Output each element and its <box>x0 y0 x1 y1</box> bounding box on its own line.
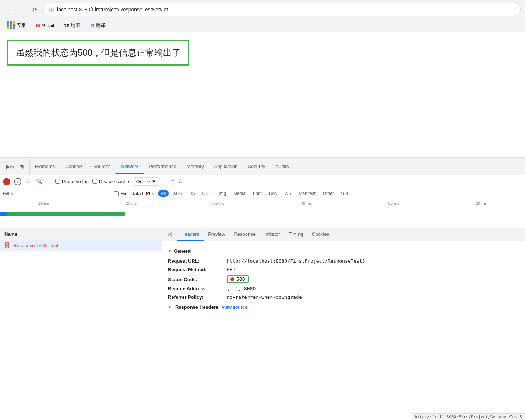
detail-tab-preview[interactable]: Preview <box>204 228 229 241</box>
view-source-link[interactable]: view source <box>222 305 247 310</box>
browser-toolbar: ← → ⟳ ⓘ localhost:8080/FirstProject/Resp… <box>0 0 525 19</box>
reload-button[interactable]: ⟳ <box>29 4 40 15</box>
remote-address-key: Remote Address: <box>168 286 227 291</box>
tab-memory[interactable]: Memory <box>182 160 209 174</box>
chip-media[interactable]: Media <box>230 190 249 197</box>
tab-network[interactable]: Network <box>116 160 144 174</box>
detail-tab-timing[interactable]: Timing <box>285 228 308 241</box>
devtools: ▶⎋ ◥ Elements Console Sources Network Pe… <box>0 158 525 361</box>
file-icon <box>4 242 10 248</box>
tick-50ms: 50 ms <box>350 201 438 207</box>
disable-cache-input[interactable] <box>92 179 97 184</box>
address-bar[interactable]: ⓘ localhost:8080/FirstProject/ResponseTe… <box>43 3 521 16</box>
tab-sources[interactable]: Sources <box>88 160 116 174</box>
only-label: Onl… <box>341 191 353 196</box>
hide-data-urls-label: Hide data URLs <box>120 191 154 196</box>
status-badge: 500 <box>227 275 249 283</box>
cursor-icon[interactable]: ▶⎋ <box>4 161 15 172</box>
tab-performance[interactable]: Performance <box>144 160 181 174</box>
filter-input[interactable] <box>3 191 106 196</box>
tab-console[interactable]: Console <box>60 160 88 174</box>
detail-tab-headers[interactable]: Headers <box>177 228 204 241</box>
upload-icon[interactable]: ⇧ <box>170 178 175 185</box>
disable-cache-label: Disable cache <box>99 179 129 184</box>
tab-audits[interactable]: Audits <box>270 160 294 174</box>
tick-30ms: 30 ms <box>175 201 262 207</box>
request-name: ResponseTestServlet <box>13 243 59 248</box>
timeline-bar-area <box>0 209 525 224</box>
status-code-key: Status Code: <box>168 277 227 282</box>
detail-tab-initiator[interactable]: Initiator <box>260 228 285 241</box>
chip-doc[interactable]: Doc <box>266 190 280 197</box>
address-url: localhost:8080/FirstProject/ResponseTest… <box>57 7 515 13</box>
chip-js[interactable]: JS <box>187 190 198 197</box>
close-detail-button[interactable]: ✕ <box>165 230 175 240</box>
apps-label: 应用 <box>16 22 26 29</box>
filter-separator <box>110 190 110 197</box>
forward-button[interactable]: → <box>17 4 27 15</box>
block-button[interactable]: ⊘ <box>14 178 21 185</box>
detail-tab-cookies[interactable]: Cookies <box>307 228 334 241</box>
translate-icon: G <box>91 23 94 28</box>
timeline-blue-bar <box>0 212 7 216</box>
chip-manifest[interactable]: Manifest <box>296 190 318 197</box>
table-row[interactable]: ResponseTestServlet <box>0 240 162 251</box>
chip-img[interactable]: Img <box>216 190 229 197</box>
general-label: General <box>174 248 191 254</box>
request-url-val: http://localhost:8080/FirstProject/Respo… <box>227 258 365 264</box>
page-content: 虽然我的状态为500，但是信息正常输出了 <box>0 32 525 158</box>
devtools-action-icons: ▶⎋ ◥ <box>3 158 30 175</box>
hide-data-urls-input[interactable] <box>114 191 119 196</box>
general-section-header: ▼ General <box>168 245 519 257</box>
throttle-chevron-icon: ▼ <box>151 179 156 184</box>
hide-data-urls-checkbox[interactable]: Hide data URLs <box>114 191 154 196</box>
maps-icon: 🗺 <box>64 23 69 28</box>
timeline-ruler: 10 ms 20 ms 30 ms 40 ms 50 ms 60 ms <box>0 199 525 207</box>
search-icon[interactable]: 🔍 <box>35 178 45 186</box>
timeline-container: 10 ms 20 ms 30 ms 40 ms 50 ms 60 ms <box>0 199 525 228</box>
bookmark-translate[interactable]: G 翻译 <box>88 21 108 29</box>
referrer-policy-row: Referrer Policy: no-referrer-when-downgr… <box>168 293 519 301</box>
bookmark-apps[interactable]: 应用 <box>4 21 28 30</box>
bookmark-maps[interactable]: 🗺 地图 <box>62 21 82 29</box>
chip-xhr[interactable]: XHR <box>170 190 185 197</box>
filter-icon[interactable]: ▿ <box>25 178 31 186</box>
throttle-value: Online <box>136 179 150 184</box>
response-text: 虽然我的状态为500，但是信息正常输出了 <box>16 48 181 57</box>
chip-font[interactable]: Font <box>250 190 265 197</box>
devtools-tabs-list: Elements Console Sources Network Perform… <box>30 160 294 174</box>
download-icon[interactable]: ⇩ <box>178 178 183 185</box>
toolbar-separator-2 <box>165 178 165 185</box>
record-button[interactable] <box>3 178 10 185</box>
chip-all[interactable]: All <box>158 190 169 197</box>
nav-buttons: ← → ⟳ <box>4 4 40 15</box>
browser-chrome: ← → ⟳ ⓘ localhost:8080/FirstProject/Resp… <box>0 0 525 32</box>
back-button[interactable]: ← <box>4 4 15 15</box>
preserve-log-input[interactable] <box>55 179 60 184</box>
triangle-icon: ▼ <box>168 249 172 253</box>
chip-css[interactable]: CSS <box>199 190 214 197</box>
chip-other[interactable]: Other <box>320 190 337 197</box>
bookmarks-bar: 应用 M Gmail 🗺 地图 G 翻译 <box>0 19 525 32</box>
preserve-log-checkbox[interactable]: Preserve log <box>55 179 89 184</box>
throttle-select[interactable]: Online ▼ <box>133 177 159 186</box>
chip-ws[interactable]: WS <box>281 190 294 197</box>
bookmark-gmail[interactable]: M Gmail <box>34 22 56 29</box>
tab-application[interactable]: Application <box>209 160 243 174</box>
device-icon[interactable]: ◥ <box>16 161 27 172</box>
devtools-tabbar: ▶⎋ ◥ Elements Console Sources Network Pe… <box>0 158 525 175</box>
disable-cache-checkbox[interactable]: Disable cache <box>92 179 129 184</box>
status-dot-icon <box>230 277 234 281</box>
response-headers-triangle-icon: ▼ <box>168 305 172 309</box>
tab-security[interactable]: Security <box>243 160 270 174</box>
request-url-key: Request URL: <box>168 258 227 264</box>
toolbar-separator-1 <box>50 178 50 185</box>
import-export-icons: ⇧ ⇩ <box>170 178 183 185</box>
detail-content: ▼ General Request URL: http://localhost:… <box>162 241 525 361</box>
referrer-policy-val: no-referrer-when-downgrade <box>227 294 302 300</box>
translate-label: 翻译 <box>96 22 105 29</box>
detail-panel: ✕ Headers Preview Response Initiator Tim… <box>162 228 525 361</box>
tab-elements[interactable]: Elements <box>30 160 60 174</box>
detail-tab-response[interactable]: Response <box>229 228 260 241</box>
tick-20ms: 20 ms <box>88 201 175 207</box>
